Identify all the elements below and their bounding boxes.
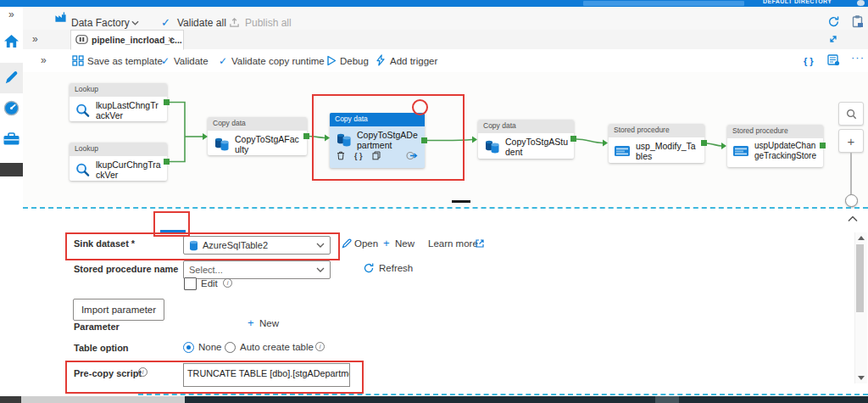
sidebar-expand-icon[interactable]: »	[8, 8, 14, 20]
radio-auto-create[interactable]	[225, 342, 236, 353]
menu-bar: Data Factory ✓ Validate all Publish all	[23, 7, 868, 31]
bottom-strip-segment	[655, 396, 679, 403]
home-icon[interactable]	[3, 34, 19, 48]
learn-more-link[interactable]: Learn more	[428, 238, 478, 249]
radio-none-label: None	[198, 342, 222, 352]
code-view-icon[interactable]: { }	[804, 56, 814, 66]
author-pencil-icon[interactable]	[3, 70, 19, 86]
editor-tab-bar: » pipeline_incrload_c... × ···	[23, 30, 868, 50]
output-port[interactable]	[701, 140, 707, 146]
avatar[interactable]	[857, 0, 865, 6]
add-trigger-button[interactable]: Add trigger	[390, 56, 437, 66]
chevron-down-icon[interactable]	[131, 20, 139, 25]
lookup-icon	[75, 162, 91, 178]
stored-procedure-dropdown[interactable]: Select...	[183, 260, 331, 279]
panel-scrollbar-thumb[interactable]	[856, 244, 864, 312]
pipeline-icon	[75, 35, 88, 44]
data-factory-icon	[54, 11, 67, 24]
pipeline-node-copy-faculty[interactable]: Copy data CopyToStgAFaculty	[208, 117, 307, 155]
node-type-label: Copy data	[478, 120, 574, 133]
pipeline-node-lookup-last[interactable]: Lookup lkupLastChngTrackVer	[70, 83, 167, 121]
scroll-down-icon[interactable]	[858, 376, 865, 380]
plus-icon: +	[248, 316, 254, 329]
validate-check-icon: ✓	[161, 55, 170, 67]
output-port[interactable]	[303, 133, 309, 139]
bottom-strip-light	[21, 396, 185, 403]
publish-all-button[interactable]: Publish all	[245, 17, 292, 29]
node-name: usp_Modify_Tables	[636, 141, 699, 161]
pipeline-node-sp-modify[interactable]: Stored procedure usp_Modify_Tables	[609, 124, 704, 163]
panel-resize-handle[interactable]	[23, 207, 868, 209]
toolbar-more-icon[interactable]: ···	[851, 51, 865, 64]
validate-copy-runtime-button[interactable]: Validate copy runtime	[231, 56, 325, 66]
publish-icon	[229, 17, 240, 28]
output-port[interactable]	[820, 143, 826, 148]
monitor-gauge-icon[interactable]	[3, 100, 19, 116]
annotation-box-sink-dataset	[65, 232, 340, 260]
toolbar-expand-icon[interactable]: »	[41, 54, 47, 66]
stored-procedure-label: Stored procedure name	[74, 264, 178, 274]
trigger-bolt-icon	[376, 54, 387, 66]
canvas-search-button[interactable]	[838, 102, 864, 126]
save-as-template-button[interactable]: Save as template	[87, 56, 163, 66]
bottom-resize-handle[interactable]	[138, 394, 868, 395]
node-type-label: Stored procedure	[609, 124, 704, 137]
clipboard-icon[interactable]	[851, 14, 864, 28]
radio-auto-label: Auto create table	[240, 342, 314, 352]
scroll-up-icon[interactable]	[858, 236, 865, 240]
output-port[interactable]	[164, 159, 170, 165]
copy-data-icon	[483, 139, 500, 154]
refresh-button[interactable]: Refresh	[379, 263, 413, 273]
output-port[interactable]	[164, 99, 170, 105]
save-template-icon	[72, 55, 84, 66]
debug-button[interactable]: Debug	[340, 56, 369, 66]
validate-runtime-check-icon: ✓	[219, 55, 227, 67]
pipeline-node-sp-update[interactable]: Stored procedure uspUpdateChangeTracking…	[727, 125, 823, 167]
expand-diagonal-icon[interactable]	[828, 34, 838, 44]
open-button[interactable]: Open	[354, 238, 378, 249]
output-port[interactable]	[570, 136, 576, 142]
azure-top-bar: DEFAULT DIRECTORY	[0, 0, 868, 7]
lookup-icon	[75, 103, 91, 119]
new-parameter-button[interactable]: New	[259, 318, 279, 328]
stored-procedure-icon	[732, 144, 749, 158]
tab-close-icon[interactable]: ×	[168, 34, 173, 44]
annotation-box-selected-node	[312, 94, 465, 181]
zoom-in-button[interactable]: +	[838, 129, 864, 153]
stored-procedure-icon	[614, 144, 631, 158]
zoom-slider-handle[interactable]	[845, 194, 858, 207]
stored-procedure-placeholder: Select...	[189, 265, 223, 275]
tab-pipeline[interactable]: pipeline_incrload_c... ×	[70, 30, 184, 50]
node-name: lkupCurChngTrackVer	[96, 160, 162, 180]
debug-play-icon	[326, 55, 337, 66]
new-dataset-button[interactable]: New	[395, 238, 415, 249]
edit-checkbox[interactable]	[184, 277, 197, 290]
validate-all-button[interactable]: Validate all	[177, 17, 226, 29]
directory-label: DEFAULT DIRECTORY	[763, 0, 832, 4]
zoom-slider-track[interactable]	[850, 153, 852, 197]
node-type-label: Copy data	[208, 117, 307, 131]
radio-none[interactable]	[183, 342, 194, 353]
validate-all-icon: ✓	[161, 16, 170, 29]
import-parameter-button[interactable]: Import parameter	[73, 299, 164, 321]
bottom-strip-dark-left	[0, 396, 21, 403]
pipeline-node-copy-student[interactable]: Copy data CopyToStgAStudent	[478, 120, 574, 159]
manage-toolbox-icon[interactable]	[3, 131, 20, 146]
info-icon[interactable]: i	[315, 342, 325, 351]
node-type-label: Stored procedure	[727, 125, 823, 138]
tabs-expand-icon[interactable]: »	[32, 33, 38, 45]
panel-collapse-icon[interactable]	[848, 215, 858, 222]
app-name: Data Factory	[71, 17, 130, 29]
open-pencil-icon	[342, 238, 352, 249]
info-icon[interactable]: i	[223, 278, 232, 288]
top-search-box[interactable]	[583, 1, 744, 6]
external-link-icon	[476, 239, 484, 248]
plus-icon: +	[383, 237, 390, 249]
refresh-icon[interactable]	[827, 15, 840, 28]
settings-list-icon[interactable]	[827, 54, 840, 66]
pipeline-toolbar: » Save as template ✓ Validate ✓ Validate…	[23, 49, 868, 73]
pipeline-node-lookup-cur[interactable]: Lookup lkupCurChngTrackVer	[70, 143, 167, 181]
annotation-circle	[412, 99, 428, 115]
validate-button[interactable]: Validate	[174, 56, 209, 66]
node-name: lkupLastChngTrackVer	[96, 100, 162, 120]
